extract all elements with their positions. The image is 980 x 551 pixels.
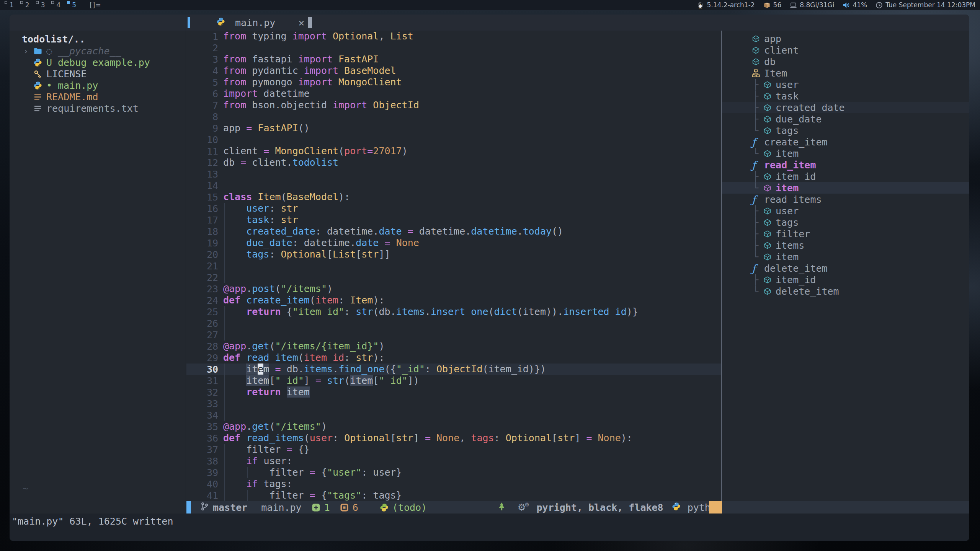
code-line-2[interactable]: 2 [186,42,721,54]
tagbar-item-user[interactable]: ├user [722,79,969,90]
code-line-41[interactable]: 41 filter = {"tags": tags} [186,490,721,501]
code-line-37[interactable]: 37 filter = {} [186,444,721,455]
code-line-36[interactable]: 36def read_items(user: Optional[str] = N… [186,432,721,444]
tagbar-item-create_item[interactable]: ƒcreate_item [722,136,969,148]
code-line-33[interactable]: 33 [186,398,721,409]
code-line-21[interactable]: 21 [186,260,721,272]
tagbar-item-read_items[interactable]: ƒread_items [722,194,969,205]
code-line-30[interactable]: 30 item = db.items.find_one({"_id": Obje… [186,364,721,375]
git-branch-name[interactable]: master [213,502,247,513]
tagbar-item-delete_item[interactable]: └delete_item [722,285,969,297]
tab-close-icon[interactable]: × [298,17,304,29]
code-line-14[interactable]: 14 [186,180,721,191]
file-tree-item-readme-md[interactable]: README.md [10,91,185,103]
code-line-35[interactable]: 35@app.get("/items") [186,421,721,432]
folder-icon [33,47,46,55]
code-editor[interactable]: 1from typing import Optional, List23from… [186,31,721,501]
workspace-tag-2[interactable]: 2 [19,0,34,10]
tag-label: Item [764,68,787,79]
code-line-7[interactable]: 7from bson.objectid import ObjectId [186,99,721,111]
tab-main-py[interactable]: main.py × [216,15,305,31]
file-tree-item-requirements-txt[interactable]: requirements.txt [10,103,185,114]
tagbar-item-Item[interactable]: Item [722,67,969,79]
code-line-15[interactable]: 15class Item(BaseModel): [186,191,721,203]
code-line-23[interactable]: 23@app.post("/items") [186,283,721,295]
file-tree-item-main-py[interactable]: •main.py [10,80,185,91]
tagbar-item-user[interactable]: ├user [722,205,969,217]
function-icon: ƒ [752,136,764,148]
tagbar-item-item_id[interactable]: ├item_id [722,171,969,182]
code-line-16[interactable]: 16 user: str [186,203,721,214]
line-number: 36 [186,433,223,444]
line-number: 41 [186,490,223,501]
indent-guide [224,409,225,421]
tagbar-item-item_id[interactable]: ├item_id [722,274,969,285]
tagbar-item-due_date[interactable]: ├due_date [722,113,969,125]
file-tree-item--pycache-[interactable]: ›◌__pycache__ [10,45,185,57]
code-line-4[interactable]: 4from pydantic import BaseModel [186,65,721,77]
line-number: 6 [186,88,223,99]
indent-guide [247,467,248,478]
code-line-29[interactable]: 29def read_item(item_id: str): [186,352,721,364]
code-line-10[interactable]: 10 [186,134,721,145]
tagbar-item-client[interactable]: client [722,44,969,56]
vim-command-line[interactable]: "main.py" 63L, 1625C written [10,514,969,541]
tagbar-item-created_date[interactable]: ├created_date [722,102,969,113]
code-line-38[interactable]: 38 if user: [186,455,721,467]
code-line-31[interactable]: 31 item["_id"] = str(item["_id"]) [186,375,721,386]
line-number: 15 [186,192,223,203]
vim-statusline: master main.py 1 6 (todo) ⚙⚙ pyright, bl… [186,501,969,514]
tagbar-item-task[interactable]: ├task [722,90,969,102]
file-tree-item-debug-example-py[interactable]: Udebug_example.py [10,57,185,68]
tagbar-item-tags[interactable]: └tags [722,125,969,136]
code-text [223,134,721,145]
code-line-6[interactable]: 6import datetime [186,88,721,99]
tagbar-item-db[interactable]: db [722,56,969,67]
code-line-1[interactable]: 1from typing import Optional, List [186,31,721,42]
tagbar-item-item[interactable]: └item [722,182,969,194]
code-text: @app.get("/items") [223,421,721,432]
file-tree-root[interactable]: todolist/.. [10,34,185,45]
tagbar-item-item[interactable]: └item [722,251,969,262]
file-tree-item-license[interactable]: LICENSE [10,68,185,80]
code-line-11[interactable]: 11client = MongoClient(port=27017) [186,145,721,157]
code-line-18[interactable]: 18 created_date: datetime.date = datetim… [186,226,721,237]
workspace-tag-3[interactable]: 3 [34,0,50,10]
mode-indicator-block [186,501,191,514]
tagbar-item-tags[interactable]: ├tags [722,217,969,228]
code-line-5[interactable]: 5from pymongo import MongoClient [186,77,721,88]
code-line-32[interactable]: 32 return item [186,386,721,398]
tagbar-item-delete_item[interactable]: ƒdelete_item [722,262,969,274]
workspace-tag-4[interactable]: 4 [50,0,65,10]
code-line-13[interactable]: 13 [186,168,721,180]
code-line-8[interactable]: 8 [186,111,721,122]
workspace-tag-5[interactable]: 5 [65,0,81,10]
code-line-27[interactable]: 27 [186,329,721,341]
code-line-28[interactable]: 28@app.get("/items/{item_id}") [186,341,721,352]
code-text [223,398,721,409]
code-line-24[interactable]: 24def create_item(item: Item): [186,295,721,306]
code-line-34[interactable]: 34 [186,409,721,421]
code-line-39[interactable]: 39 filter = {"user": user} [186,467,721,478]
tagbar-item-item[interactable]: └item [722,148,969,159]
code-text: filter = {"user": user} [223,467,721,478]
tagbar-item-app[interactable]: app [722,33,969,44]
code-line-17[interactable]: 17 task: str [186,214,721,226]
tagbar-item-filter[interactable]: ├filter [722,228,969,240]
code-line-19[interactable]: 19 due_date: datetime.date = None [186,237,721,249]
wm-layout-symbol[interactable]: []= [90,1,101,9]
code-line-12[interactable]: 12db = client.todolist [186,157,721,168]
code-line-3[interactable]: 3from fastapi import FastAPI [186,54,721,65]
code-line-40[interactable]: 40 if tags: [186,478,721,490]
tag-label: item [776,251,799,262]
code-line-26[interactable]: 26 [186,318,721,329]
python-venv-icon [380,503,389,512]
code-line-25[interactable]: 25 return {"item_id": str(db.items.inser… [186,306,721,318]
code-line-9[interactable]: 9app = FastAPI() [186,122,721,134]
code-line-22[interactable]: 22 [186,272,721,283]
tagbar-item-items[interactable]: ├items [722,240,969,251]
tagbar-item-read_item[interactable]: ƒread_item [722,159,969,171]
workspace-tag-1[interactable]: 1 [3,0,19,10]
code-line-20[interactable]: 20 tags: Optional[List[str]] [186,249,721,260]
penguin-icon [697,2,704,9]
